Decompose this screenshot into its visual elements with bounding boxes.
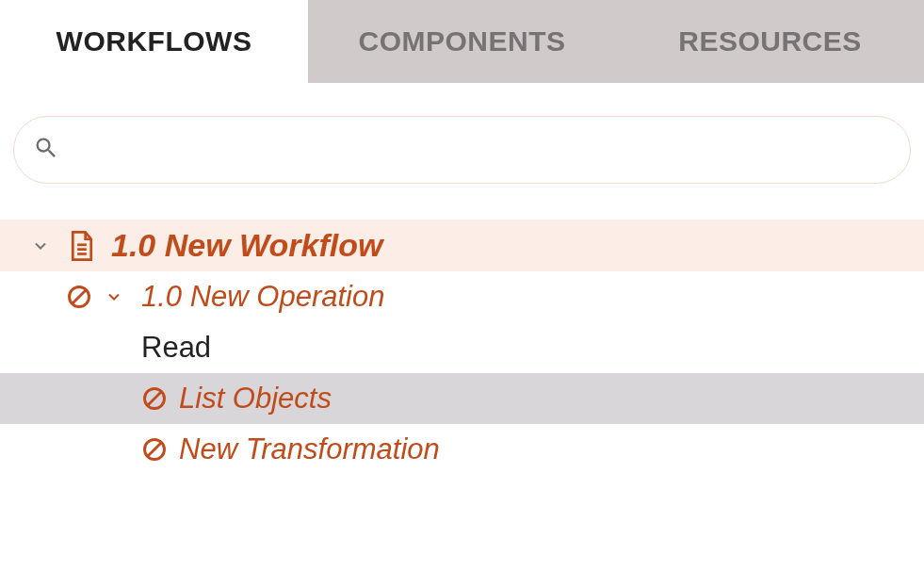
- svg-line-4: [73, 290, 86, 303]
- tab-resources[interactable]: RESOURCES: [616, 0, 924, 83]
- search-box[interactable]: [13, 116, 911, 184]
- svg-line-6: [148, 392, 161, 405]
- svg-line-8: [148, 443, 161, 456]
- search-input[interactable]: [73, 136, 891, 165]
- tree-row-new-transformation[interactable]: New Transformation: [0, 424, 924, 475]
- tab-workflows-label: WORKFLOWS: [57, 25, 252, 57]
- tree-new-transformation-label: New Transformation: [179, 432, 440, 466]
- tree-read-label: Read: [141, 331, 211, 365]
- tree-row-read[interactable]: Read: [0, 322, 924, 373]
- tab-components[interactable]: COMPONENTS: [308, 0, 616, 83]
- tree-row-list-objects[interactable]: List Objects: [0, 373, 924, 424]
- tree-operation-label: 1.0 New Operation: [141, 280, 384, 314]
- tree-workflow-label: 1.0 New Workflow: [111, 227, 382, 264]
- block-icon: [66, 284, 92, 310]
- block-icon: [141, 385, 168, 412]
- tab-components-label: COMPONENTS: [358, 25, 565, 57]
- tab-resources-label: RESOURCES: [678, 25, 862, 57]
- block-icon: [141, 436, 168, 463]
- tree-row-operation[interactable]: 1.0 New Operation: [0, 271, 924, 322]
- tree: 1.0 New Workflow 1.0 New Operation Read …: [0, 220, 924, 475]
- search-icon: [33, 135, 59, 165]
- tree-row-workflow[interactable]: 1.0 New Workflow: [0, 220, 924, 271]
- chevron-down-icon[interactable]: [104, 286, 124, 307]
- search-container: [0, 83, 924, 201]
- document-icon: [68, 230, 96, 262]
- tab-bar: WORKFLOWS COMPONENTS RESOURCES: [0, 0, 924, 83]
- chevron-down-icon[interactable]: [30, 236, 51, 256]
- tree-list-objects-label: List Objects: [179, 382, 332, 416]
- tab-workflows[interactable]: WORKFLOWS: [0, 0, 308, 83]
